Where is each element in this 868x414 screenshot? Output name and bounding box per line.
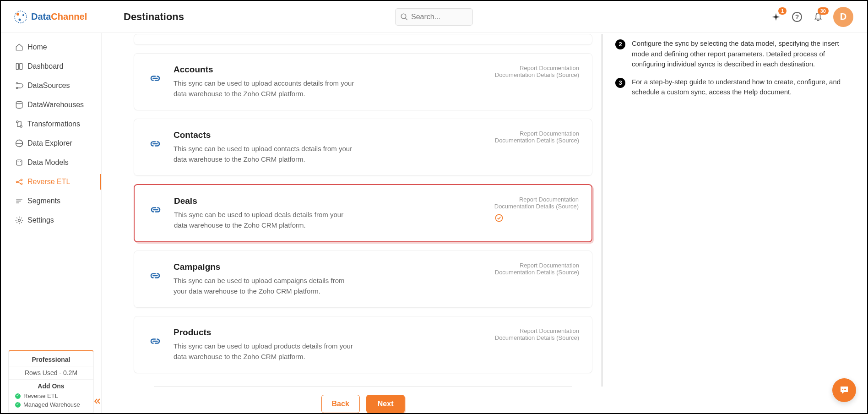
logo-text-2: Channel <box>51 11 87 22</box>
report-documentation-link[interactable]: Report Documentation <box>495 327 579 334</box>
data-models-icon <box>15 158 27 167</box>
svg-point-1 <box>16 13 19 16</box>
check-icon <box>15 402 21 408</box>
help-step: 2Configure the sync by selecting the dat… <box>615 38 853 70</box>
sidebar-item-segments[interactable]: Segments <box>1 191 101 211</box>
sparkle-button[interactable]: 1 <box>770 11 782 23</box>
check-icon <box>15 393 21 399</box>
sync-card-campaigns[interactable]: CampaignsThis sync can be used to upload… <box>134 251 592 308</box>
logo-icon <box>14 10 27 24</box>
svg-point-19 <box>16 181 17 182</box>
sidebar-item-transformations[interactable]: Transformations <box>1 114 101 134</box>
svg-point-27 <box>842 389 843 390</box>
notifications-button[interactable]: 30 <box>812 11 824 23</box>
sidebar-item-label: Settings <box>27 216 54 224</box>
sync-card-truncated[interactable] <box>134 34 592 45</box>
help-button[interactable]: ? <box>791 11 803 23</box>
svg-point-21 <box>21 183 22 185</box>
svg-point-0 <box>15 11 27 23</box>
sidebar-item-label: Segments <box>27 197 60 205</box>
segments-icon <box>15 196 27 206</box>
sidebar-item-datasources[interactable]: DataSources <box>1 76 101 95</box>
sync-card-products[interactable]: ProductsThis sync can be used to upload … <box>134 316 592 373</box>
report-documentation-link[interactable]: Report Documentation <box>494 196 579 203</box>
content-column: AccountsThis sync can be used to upload … <box>102 34 602 413</box>
sync-card-deals[interactable]: DealsThis sync can be used to upload dea… <box>134 184 592 242</box>
search-input[interactable] <box>395 8 473 26</box>
avatar[interactable]: D <box>833 7 853 27</box>
svg-point-29 <box>845 389 846 390</box>
reverse-etl-icon <box>15 177 27 186</box>
report-documentation-link[interactable]: Report Documentation <box>495 65 579 71</box>
step-number: 3 <box>615 78 625 88</box>
svg-point-26 <box>495 215 502 222</box>
sync-card-accounts[interactable]: AccountsThis sync can be used to upload … <box>134 53 592 110</box>
documentation-details-link[interactable]: Documentation Details (Source) <box>494 203 579 210</box>
settings-icon <box>15 216 27 225</box>
sync-description: This sync can be used to upload products… <box>174 341 357 362</box>
sync-title: Contacts <box>174 130 485 140</box>
search-icon <box>400 13 408 21</box>
back-button[interactable]: Back <box>321 395 360 413</box>
svg-point-3 <box>19 18 21 21</box>
sidebar-item-settings[interactable]: Settings <box>1 211 101 230</box>
svg-point-17 <box>18 161 19 162</box>
chevron-double-left-icon <box>93 397 102 406</box>
svg-rect-9 <box>20 63 22 69</box>
dashboard-icon <box>15 62 27 71</box>
sidebar-item-label: Data Models <box>27 158 69 167</box>
sync-title: Campaigns <box>174 262 485 272</box>
sidebar-item-label: Data Explorer <box>27 139 72 147</box>
sidebar-item-label: Reverse ETL <box>27 178 70 186</box>
sidebar-item-datawarehouses[interactable]: DataWarehouses <box>1 95 101 114</box>
plan-rows: Rows Used - 0.2M <box>9 366 93 380</box>
sync-title: Products <box>174 327 485 338</box>
datawarehouses-icon <box>15 100 27 109</box>
logo[interactable]: DataChannel <box>1 10 102 24</box>
link-icon <box>147 70 163 87</box>
logo-text-1: Data <box>31 11 51 22</box>
collapse-sidebar-button[interactable] <box>93 397 102 406</box>
svg-point-14 <box>20 125 22 127</box>
svg-point-12 <box>16 102 22 104</box>
plan-addon: Reverse ETL <box>9 392 93 400</box>
sparkle-badge: 1 <box>778 7 787 15</box>
plan-addons-title: Add Ons <box>9 380 93 392</box>
sync-card-contacts[interactable]: ContactsThis sync can be used to upload … <box>134 119 592 176</box>
sidebar-item-dashboard[interactable]: Dashboard <box>1 57 101 76</box>
report-documentation-link[interactable]: Report Documentation <box>495 130 579 137</box>
sidebar-item-label: Transformations <box>27 120 80 128</box>
sync-description: This sync can be used to upload campaign… <box>174 276 357 296</box>
documentation-details-link[interactable]: Documentation Details (Source) <box>495 71 579 78</box>
sidebar-item-reverse-etl[interactable]: Reverse ETL <box>1 172 101 191</box>
documentation-details-link[interactable]: Documentation Details (Source) <box>495 137 579 144</box>
chat-icon <box>839 385 850 396</box>
sidebar-item-data-models[interactable]: Data Models <box>1 153 101 172</box>
svg-line-5 <box>405 18 407 20</box>
step-number: 2 <box>615 39 625 49</box>
checkmark-icon <box>494 213 504 223</box>
help-icon: ? <box>792 11 803 22</box>
next-button[interactable]: Next <box>366 395 405 413</box>
plan-name: Professional <box>9 351 93 366</box>
sidebar-item-label: DataSources <box>27 82 70 90</box>
documentation-details-link[interactable]: Documentation Details (Source) <box>495 334 579 341</box>
sidebar: HomeDashboardDataSourcesDataWarehousesTr… <box>1 1 102 413</box>
svg-point-18 <box>20 161 21 162</box>
datasources-icon <box>15 81 27 90</box>
report-documentation-link[interactable]: Report Documentation <box>495 262 579 269</box>
sidebar-item-label: DataWarehouses <box>27 101 84 109</box>
chat-button[interactable] <box>832 378 856 402</box>
documentation-details-link[interactable]: Documentation Details (Source) <box>495 269 579 276</box>
sync-title: Accounts <box>174 65 485 75</box>
link-icon <box>147 333 163 349</box>
plan-box: Professional Rows Used - 0.2M Add Ons Re… <box>8 350 94 413</box>
sidebar-item-home[interactable]: Home <box>1 38 101 57</box>
sidebar-item-data-explorer[interactable]: Data Explorer <box>1 134 101 153</box>
notifications-badge: 30 <box>818 7 829 15</box>
help-panel: 2Configure the sync by selecting the dat… <box>602 34 867 413</box>
svg-point-28 <box>844 389 845 390</box>
svg-point-25 <box>18 219 21 222</box>
sync-title: Deals <box>174 196 484 206</box>
svg-rect-16 <box>16 160 22 165</box>
